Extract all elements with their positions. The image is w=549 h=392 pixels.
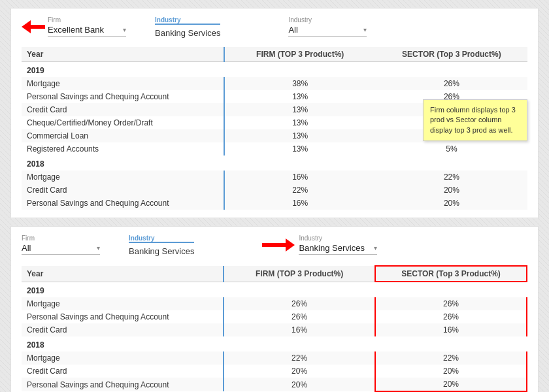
arrow-right-icon (262, 238, 295, 252)
firm-pct-cell: 13% (224, 142, 376, 155)
firm-pct-cell: 13% (224, 116, 376, 129)
year-row: 2018 (22, 155, 527, 171)
tooltip-box: Firm column displays top 3 prod vs Secto… (423, 99, 527, 141)
table-row: Registered Accounts 13% 5% (22, 142, 527, 155)
industry4-chevron-icon: ▾ (374, 244, 377, 252)
sector-pct-cell: 22% (376, 171, 527, 184)
table-2: Year FIRM (TOP 3 Product%) SECTOR (Top 3… (22, 265, 527, 392)
year-cell: 2019 (22, 282, 527, 297)
product-cell: Commercial Loan (22, 129, 224, 142)
table-row: Credit Card 20% 20% (22, 365, 527, 378)
table-row: Credit Card 16% 16% (22, 323, 527, 336)
industry4-label: Industry (299, 235, 377, 242)
product-cell: Personal Savings and Chequing Account (22, 378, 224, 391)
industry3-label: Industry (129, 235, 194, 243)
sector-pct-cell: 20% (375, 378, 527, 391)
year-cell: 2018 (22, 155, 527, 171)
firm-pct-cell: 13% (224, 103, 376, 116)
product-cell: Personal Savings and Chequing Account (22, 197, 224, 210)
firm-pct-cell: 16% (224, 323, 375, 336)
industry4-control: Industry Banking Services ▾ (299, 235, 377, 255)
industry3-value: Banking Services (129, 246, 194, 256)
tooltip-text: Firm column displays top 3 prod vs Secto… (430, 106, 516, 134)
firm-pct-cell: 20% (224, 378, 375, 391)
firm-control: Firm Excellent Bank ▾ (48, 16, 126, 37)
sector-pct-cell: 5% (376, 142, 527, 155)
sector-pct-cell: 26% (375, 297, 527, 310)
product-cell: Credit Card (22, 103, 224, 116)
year-row: 2018 (22, 336, 527, 351)
product-cell: Mortgage (22, 297, 224, 310)
col2-sector-header: SECTOR (Top 3 Product%) (375, 266, 527, 282)
industry2-control: Industry All ▾ (288, 16, 367, 37)
svg-marker-1 (262, 238, 295, 252)
product-cell: Cheque/Certified/Money Order/Draft (22, 116, 224, 129)
panel-1: Firm Excellent Bank ▾ Industry Banking S… (10, 8, 539, 218)
sector-pct-cell: 20% (376, 184, 527, 197)
panel-2: Firm All ▾ Industry Banking Services Ind… (10, 226, 539, 392)
industry1-control: Industry Banking Services (155, 16, 220, 38)
industry2-label: Industry (288, 16, 367, 24)
firm-pct-cell: 22% (224, 351, 375, 365)
arrow-left-icon (22, 20, 45, 33)
firm-value: Excellent Bank (48, 25, 119, 35)
firm-pct-cell: 26% (224, 310, 375, 323)
product-cell: Credit Card (22, 184, 224, 197)
firm2-label: Firm (22, 235, 100, 242)
product-cell: Personal Savings and Chequing Account (22, 90, 224, 103)
sector-pct-cell: 20% (376, 197, 527, 210)
product-cell: Mortgage (22, 77, 224, 90)
product-cell: Mortgage (22, 171, 224, 184)
firm-pct-cell: 13% (224, 90, 376, 103)
firm-pct-cell: 26% (224, 297, 375, 310)
firm2-chevron-icon: ▾ (97, 244, 100, 252)
product-cell: Registered Accounts (22, 142, 224, 155)
firm-pct-cell: 22% (224, 184, 376, 197)
table-row: Personal Savings and Chequing Account 16… (22, 197, 527, 210)
sector-pct-cell: 26% (375, 310, 527, 323)
firm-label: Firm (48, 16, 126, 24)
firm2-control: Firm All ▾ (22, 235, 100, 255)
col-firm-header: FIRM (TOP 3 Product%) (224, 47, 376, 62)
col-year-header: Year (22, 47, 224, 62)
table-row: Mortgage 38% 26% (22, 77, 527, 90)
table-row: Mortgage 16% 22% (22, 171, 527, 184)
sector-pct-cell: 20% (375, 365, 527, 378)
year-cell: 2019 (22, 62, 527, 78)
firm2-value: All (22, 243, 93, 253)
industry3-control: Industry Banking Services (129, 235, 194, 256)
firm-pct-cell: 20% (224, 365, 375, 378)
col2-year-header: Year (22, 266, 224, 282)
firm-pct-cell: 16% (224, 171, 376, 184)
firm-pct-cell: 38% (224, 77, 376, 90)
firm-dropdown[interactable]: Excellent Bank ▾ (48, 25, 126, 37)
sector-pct-cell: 26% (376, 77, 527, 90)
industry4-dropdown[interactable]: Banking Services ▾ (299, 243, 377, 255)
industry4-value: Banking Services (299, 243, 370, 253)
product-cell: Personal Savings and Chequing Account (22, 310, 224, 323)
svg-marker-0 (22, 20, 45, 33)
product-cell: Credit Card (22, 365, 224, 378)
industry2-value: All (288, 25, 359, 35)
table-row: Personal Savings and Chequing Account 20… (22, 378, 527, 391)
industry2-dropdown[interactable]: All ▾ (288, 25, 367, 37)
product-cell: Credit Card (22, 323, 224, 336)
col2-firm-header: FIRM (TOP 3 Product%) (224, 266, 375, 282)
controls-row-1: Firm Excellent Bank ▾ Industry Banking S… (22, 16, 527, 38)
firm-chevron-icon: ▾ (123, 26, 126, 33)
col-sector-header: SECTOR (Top 3 Product%) (376, 47, 527, 62)
year-row: 2019 (22, 62, 527, 78)
product-cell: Mortgage (22, 351, 224, 365)
firm-pct-cell: 13% (224, 129, 376, 142)
year-row: 2019 (22, 282, 527, 297)
industry1-label: Industry (155, 16, 220, 25)
sector-pct-cell: 22% (375, 351, 527, 365)
table-row: Mortgage 22% 22% (22, 351, 527, 365)
firm-pct-cell: 16% (224, 197, 376, 210)
controls-row-2: Firm All ▾ Industry Banking Services Ind… (22, 235, 527, 256)
table-row: Credit Card 22% 20% (22, 184, 527, 197)
industry2-chevron-icon: ▾ (363, 26, 367, 33)
industry1-value: Banking Services (155, 28, 220, 38)
firm2-dropdown[interactable]: All ▾ (22, 243, 100, 255)
year-cell: 2018 (22, 336, 527, 351)
